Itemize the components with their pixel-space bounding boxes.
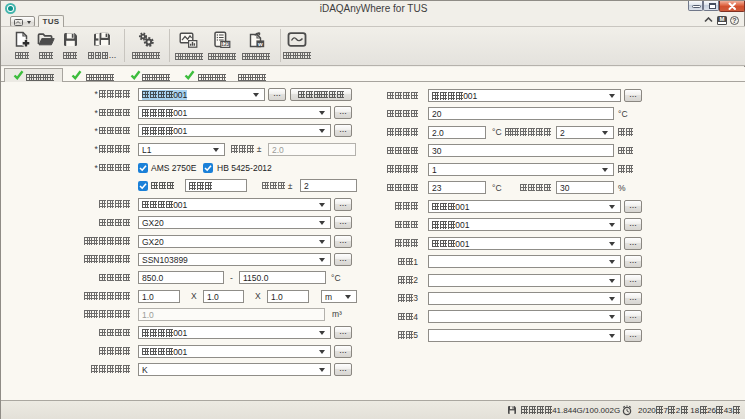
svg-text:w: w xyxy=(256,41,262,47)
svg-text:123: 123 xyxy=(221,42,229,47)
